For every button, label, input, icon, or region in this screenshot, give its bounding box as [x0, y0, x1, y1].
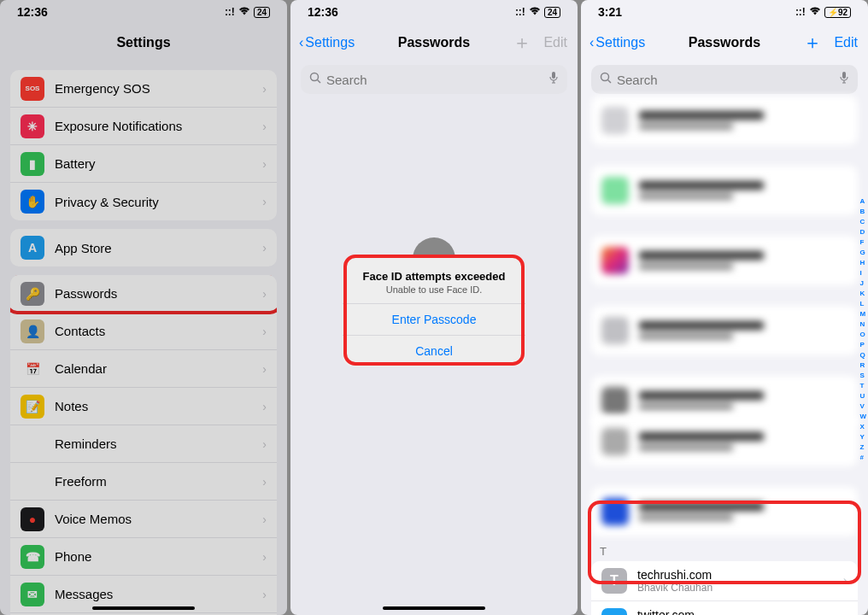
back-button[interactable]: ‹ Settings: [589, 35, 645, 50]
mic-icon[interactable]: [839, 71, 849, 88]
chevron-right-icon: ›: [262, 195, 267, 208]
nav-bar: Settings: [0, 24, 287, 62]
settings-row-emergency-sos[interactable]: SOSEmergency SOS›: [10, 70, 277, 108]
password-row[interactable]: twitter.comtechrushi_›: [591, 600, 858, 615]
page-title: Passwords: [398, 35, 470, 50]
settings-row-contacts[interactable]: 👤Contacts›: [10, 313, 277, 350]
index-letter[interactable]: N: [859, 319, 866, 330]
settings-row-notes[interactable]: 📝Notes›: [10, 388, 277, 425]
chevron-right-icon: ›: [262, 400, 267, 413]
index-letter[interactable]: A: [859, 196, 866, 207]
index-letter[interactable]: V: [859, 401, 866, 412]
row-label: Voice Memos: [55, 512, 262, 526]
settings-row-freeform[interactable]: ∞Freeform›: [10, 463, 277, 501]
index-letter[interactable]: D: [859, 227, 866, 237]
settings-row-app-store[interactable]: AApp Store›: [10, 229, 277, 266]
index-letter[interactable]: H: [859, 258, 866, 268]
search-bar[interactable]: [301, 65, 567, 94]
row-label: Notes: [55, 399, 262, 413]
search-input[interactable]: [617, 73, 839, 87]
home-indicator: [383, 606, 485, 610]
row-label: Reminders: [55, 436, 262, 451]
app-icon: 🔑: [21, 282, 44, 306]
row-label: Passwords: [55, 286, 262, 301]
index-letter[interactable]: M: [859, 309, 866, 319]
site-name: techrushi.com: [637, 568, 843, 582]
index-letter[interactable]: #: [859, 453, 866, 463]
search-bar[interactable]: [591, 65, 858, 94]
battery-icon: 24: [544, 7, 560, 18]
status-bar: 3:21 ::! ⚡92: [581, 0, 868, 24]
add-button[interactable]: ＋: [803, 30, 822, 56]
chevron-right-icon: ›: [262, 475, 267, 489]
settings-row-battery[interactable]: ▮Battery›: [10, 145, 277, 183]
mic-icon[interactable]: [548, 71, 559, 88]
add-button[interactable]: ＋: [513, 30, 531, 56]
app-icon: •: [21, 432, 44, 456]
alert-title: Face ID attempts exceeded: [351, 270, 517, 283]
settings-panel: 12:36 ::! 24 Settings SOSEmergency SOS›✳…: [0, 0, 287, 615]
index-letter[interactable]: R: [859, 360, 866, 371]
chevron-left-icon: ‹: [299, 35, 303, 50]
password-row[interactable]: Ttechrushi.comBhavik Chauhan›: [591, 561, 858, 600]
index-letter[interactable]: S: [859, 371, 866, 381]
wifi-icon: [809, 6, 821, 18]
enter-passcode-button[interactable]: Enter Passcode: [343, 304, 525, 336]
index-letter[interactable]: C: [859, 217, 866, 227]
index-letter[interactable]: P: [859, 340, 866, 350]
index-letter[interactable]: Q: [859, 350, 866, 360]
row-label: Emergency SOS: [55, 81, 262, 96]
chevron-right-icon: ›: [262, 437, 267, 451]
cancel-button[interactable]: Cancel: [343, 336, 525, 366]
cellular-icon: ::!: [225, 6, 235, 18]
back-button[interactable]: ‹ Settings: [299, 35, 355, 50]
app-icon: ●: [21, 507, 44, 531]
app-icon: ✳︎: [21, 114, 44, 138]
index-letter[interactable]: Y: [859, 432, 866, 442]
page-title: Settings: [116, 35, 170, 50]
index-letter[interactable]: K: [859, 289, 866, 299]
settings-row-calendar[interactable]: 📅Calendar›: [10, 350, 277, 388]
nav-actions: ＋ Edit: [803, 30, 858, 56]
app-icon: ✋: [21, 190, 44, 214]
index-letter[interactable]: B: [859, 207, 866, 217]
cellular-icon: ::!: [795, 6, 806, 18]
nav-actions: ＋ Edit: [513, 30, 567, 56]
index-letter[interactable]: I: [859, 268, 866, 278]
nav-bar: ‹ Settings Passwords ＋ Edit: [290, 24, 578, 62]
settings-row-privacy-security[interactable]: ✋Privacy & Security›: [10, 183, 277, 220]
edit-button[interactable]: Edit: [543, 35, 567, 50]
app-icon: A: [21, 236, 44, 260]
search-icon: [309, 72, 321, 87]
index-letter[interactable]: J: [859, 278, 866, 289]
status-time: 3:21: [598, 5, 622, 19]
app-icon: ∞: [21, 470, 44, 494]
index-letter[interactable]: T: [859, 381, 866, 391]
index-letter[interactable]: G: [859, 248, 866, 258]
chevron-right-icon: ›: [262, 512, 267, 526]
index-letter[interactable]: U: [859, 391, 866, 401]
status-right: ::! ⚡92: [795, 6, 851, 18]
index-letter[interactable]: F: [859, 237, 866, 248]
edit-button[interactable]: Edit: [834, 35, 858, 50]
index-letter[interactable]: Z: [859, 442, 866, 453]
chevron-right-icon: ›: [262, 325, 267, 338]
index-letter[interactable]: X: [859, 422, 866, 432]
settings-row-exposure-notifications[interactable]: ✳︎Exposure Notifications›: [10, 108, 277, 145]
index-letter[interactable]: O: [859, 330, 866, 340]
nav-bar: ‹ Settings Passwords ＋ Edit: [581, 24, 868, 62]
index-letter[interactable]: L: [859, 299, 866, 309]
settings-row-phone[interactable]: ☎︎Phone›: [10, 538, 277, 576]
battery-icon: 24: [254, 7, 270, 18]
search-input[interactable]: [326, 73, 548, 87]
svg-point-3: [601, 73, 609, 81]
settings-row-passwords[interactable]: 🔑Passwords›: [10, 275, 277, 313]
site-name: twitter.com: [637, 608, 843, 616]
page-title: Passwords: [689, 35, 760, 50]
index-letter[interactable]: W: [859, 412, 866, 422]
chevron-right-icon: ›: [262, 287, 267, 301]
settings-row-reminders[interactable]: •Reminders›: [10, 425, 277, 463]
settings-row-voice-memos[interactable]: ●Voice Memos›: [10, 501, 277, 538]
blurred-list: [591, 96, 858, 536]
alphabet-index[interactable]: ABCDFGHIJKLMNOPQRSTUVWXYZ#: [859, 196, 866, 463]
